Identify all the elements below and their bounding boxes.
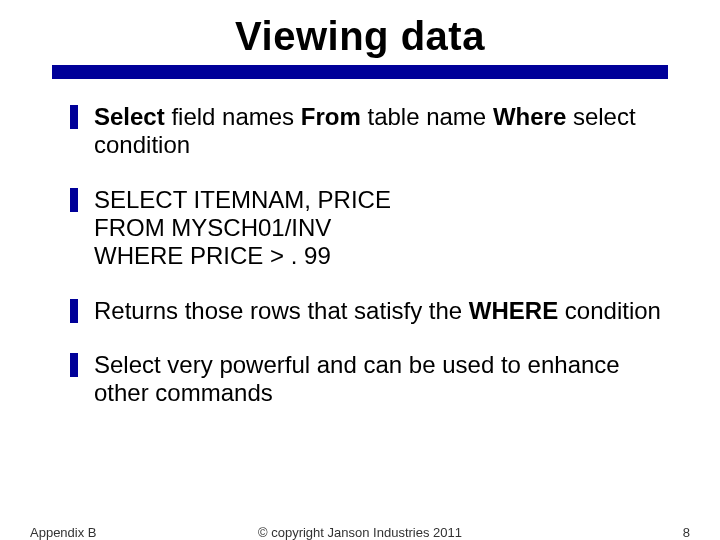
bullet-icon (70, 353, 78, 377)
bullet-icon (70, 299, 78, 323)
slide-title: Viewing data (0, 14, 720, 59)
bullet-item: SELECT ITEMNAM, PRICEFROM MYSCH01/INVWHE… (70, 186, 668, 271)
bullet-text: Returns those rows that satisfy the WHER… (94, 297, 668, 325)
bullet-item: Returns those rows that satisfy the WHER… (70, 297, 668, 325)
footer-right: 8 (683, 525, 690, 540)
slide: Viewing data Select field names From tab… (0, 14, 720, 540)
bullet-icon (70, 105, 78, 129)
bullet-icon (70, 188, 78, 212)
title-underline (52, 65, 668, 79)
bullet-text: SELECT ITEMNAM, PRICEFROM MYSCH01/INVWHE… (94, 186, 668, 271)
content-area: Select field names From table name Where… (70, 103, 668, 408)
bullet-text: Select field names From table name Where… (94, 103, 668, 160)
bullet-item: Select very powerful and can be used to … (70, 351, 668, 408)
bullet-text: Select very powerful and can be used to … (94, 351, 668, 408)
bullet-item: Select field names From table name Where… (70, 103, 668, 160)
footer-center: © copyright Janson Industries 2011 (0, 525, 720, 540)
